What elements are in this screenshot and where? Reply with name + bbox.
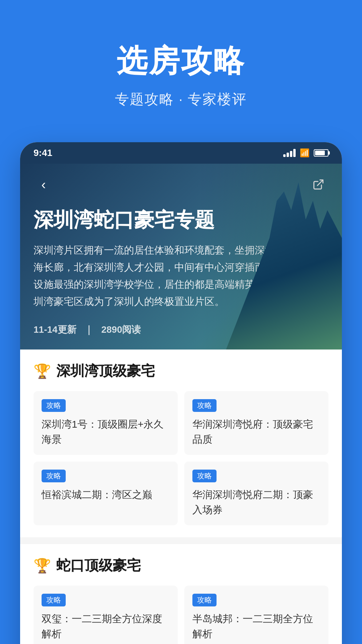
- article-card-2-2[interactable]: 攻略 半岛城邦：一二三期全方位解析: [184, 586, 328, 644]
- article-card-title-1-4: 华润深圳湾悦府二期：顶豪入场券: [192, 487, 320, 517]
- hero-subtitle: 专题攻略 · 专家楼评: [20, 90, 342, 109]
- status-time: 9:41: [34, 148, 52, 158]
- signal-icon: [283, 149, 296, 157]
- article-card-2-1[interactable]: 攻略 双玺：一二三期全方位深度解析: [34, 586, 178, 644]
- article-card-title-2-2: 半岛城邦：一二三期全方位解析: [192, 611, 320, 641]
- article-card-title-1-1: 深圳湾1号：顶级圈层+永久海景: [42, 417, 170, 447]
- article-card-title-1-2: 华润深圳湾悦府：顶级豪宅品质: [192, 417, 320, 447]
- tag-badge-2-2: 攻略: [192, 594, 217, 606]
- status-bar: 9:41 📶: [20, 142, 342, 164]
- city-overlay: [197, 164, 342, 350]
- trophy-icon-2: 🏆: [34, 557, 51, 574]
- phone-mockup: 9:41 📶 ‹: [20, 142, 342, 644]
- tag-badge-1-4: 攻略: [192, 470, 217, 482]
- section-shekou: 🏆 蛇口顶级豪宅 攻略 双玺：一二三期全方位深度解析 攻略 半岛城邦：一二三期全…: [20, 544, 342, 644]
- article-grid-2: 攻略 双玺：一二三期全方位深度解析 攻略 半岛城邦：一二三期全方位解析 攻略 半…: [34, 586, 328, 644]
- article-card-title-2-1: 双玺：一二三期全方位深度解析: [42, 611, 170, 641]
- hero-title: 选房攻略: [20, 40, 342, 82]
- section-header-1: 🏆 深圳湾顶级豪宅: [34, 362, 328, 380]
- tag-badge-1-1: 攻略: [42, 399, 66, 412]
- tag-badge-1-2: 攻略: [192, 399, 217, 412]
- article-update-date: 11-14更新: [34, 324, 76, 335]
- article-header: ‹ 深圳湾蛇口豪宅专题 深圳湾片区拥有一流的居住体验和环境配套，坐拥深圳湾15公…: [20, 164, 342, 350]
- article-card-1-2[interactable]: 攻略 华润深圳湾悦府：顶级豪宅品质: [184, 391, 328, 455]
- back-button[interactable]: ‹: [34, 174, 54, 195]
- article-grid-1: 攻略 深圳湾1号：顶级圈层+永久海景 攻略 华润深圳湾悦府：顶级豪宅品质 攻略 …: [34, 391, 328, 525]
- wifi-icon: 📶: [300, 148, 310, 158]
- article-read-count: 2890阅读: [101, 324, 141, 335]
- content-area: 🏆 深圳湾顶级豪宅 攻略 深圳湾1号：顶级圈层+永久海景 攻略 华润深圳湾悦府：…: [20, 350, 342, 644]
- article-card-1-4[interactable]: 攻略 华润深圳湾悦府二期：顶豪入场券: [184, 462, 328, 525]
- trophy-icon-1: 🏆: [34, 363, 51, 379]
- section-shenzhen-bay: 🏆 深圳湾顶级豪宅 攻略 深圳湾1号：顶级圈层+永久海景 攻略 华润深圳湾悦府：…: [20, 350, 342, 537]
- article-card-1-1[interactable]: 攻略 深圳湾1号：顶级圈层+永久海景: [34, 391, 178, 455]
- hero-section: 选房攻略 专题攻略 · 专家楼评: [0, 0, 362, 129]
- section-title-1: 深圳湾顶级豪宅: [56, 362, 155, 380]
- tag-badge-1-3: 攻略: [42, 470, 66, 482]
- status-icons: 📶: [283, 148, 328, 158]
- article-card-title-1-3: 恒裕滨城二期：湾区之巅: [42, 487, 170, 502]
- battery-icon: [314, 149, 328, 157]
- section-header-2: 🏆 蛇口顶级豪宅: [34, 556, 328, 575]
- article-card-1-3[interactable]: 攻略 恒裕滨城二期：湾区之巅: [34, 462, 178, 525]
- meta-separator: ｜: [84, 324, 93, 335]
- section-title-2: 蛇口顶级豪宅: [56, 556, 141, 575]
- tag-badge-2-1: 攻略: [42, 594, 66, 606]
